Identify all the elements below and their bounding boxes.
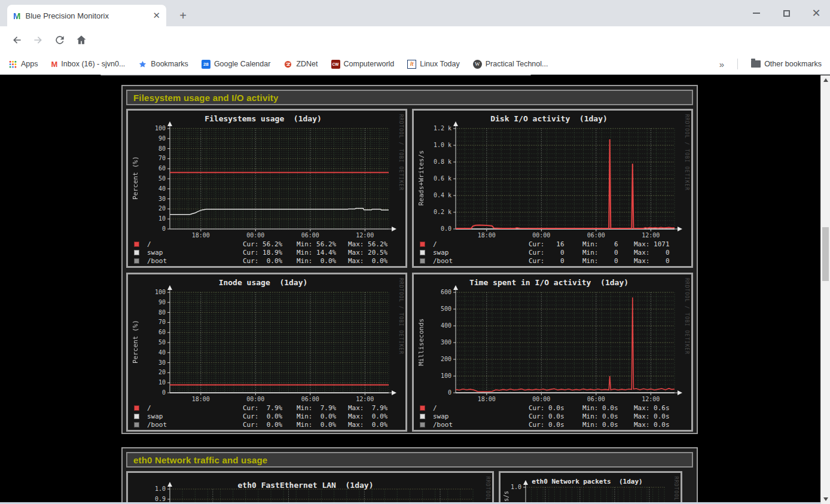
- gmail-icon: M: [51, 60, 58, 69]
- disk-io-activity-graph[interactable]: Disk I/O activity (1day) Reads+Writes/s …: [412, 109, 693, 268]
- bookmark-apps[interactable]: Apps: [8, 60, 38, 69]
- eth0-lan-plot: 1.00.9: [128, 486, 492, 504]
- svg-text:0: 0: [448, 389, 451, 396]
- svg-text:00:00: 00:00: [246, 396, 264, 402]
- legend-swatch: [134, 242, 139, 247]
- bookmark-label: Bookmarks: [151, 60, 188, 68]
- legend-swatch: [420, 258, 425, 264]
- legend-row: swapCur: 0.0%Min: 0.0%Max: 0.0%: [128, 412, 407, 420]
- legend-swatch: [134, 422, 139, 427]
- svg-text:200: 200: [441, 356, 451, 362]
- time-spent-io-graph[interactable]: Time spent in I/O activity (1day) Millis…: [412, 273, 693, 432]
- bookmark-computerworld[interactable]: CW Computerworld: [331, 60, 395, 69]
- legend-swatch: [420, 250, 425, 255]
- bookmarks-overflow-button[interactable]: »: [719, 59, 724, 69]
- new-tab-button[interactable]: +: [175, 7, 191, 24]
- minimize-button[interactable]: [749, 5, 764, 21]
- svg-text:30: 30: [158, 196, 166, 202]
- browser-tab[interactable]: M Blue Precision Monitorix ✕: [7, 5, 166, 26]
- legend-swatch: [134, 414, 139, 419]
- inode-usage-graph[interactable]: Inode usage (1day) Percent (%) 18:0000:0…: [126, 273, 407, 432]
- graph-title: Inode usage (1day): [128, 278, 398, 287]
- rrdtool-watermark: RRDTOOL / TOBI OETIKER: [398, 114, 404, 191]
- svg-text:80: 80: [158, 145, 166, 152]
- eth0-packets-graph[interactable]: eth0 Network packets (1day) s/s 1.0 RRDT…: [499, 471, 682, 504]
- tab-close-icon[interactable]: ✕: [152, 10, 160, 21]
- back-icon: [11, 34, 23, 46]
- bookmark-google-calendar[interactable]: 28 Google Calendar: [202, 60, 271, 69]
- svg-text:06:00: 06:00: [301, 396, 319, 402]
- section-filesystem: Filesystem usage and I/O activity Filesy…: [121, 85, 698, 434]
- bookmark-inbox[interactable]: M Inbox (16) - sjvn0...: [51, 60, 126, 69]
- scrollbar-thumb[interactable]: [822, 227, 829, 281]
- disk-io-plot: 18:0000:0006:0012:000.00.2 k0.4 k0.6 k0.…: [414, 125, 693, 242]
- vertical-scrollbar[interactable]: [820, 75, 830, 504]
- maximize-button[interactable]: [779, 5, 794, 21]
- computerworld-icon: CW: [331, 60, 340, 69]
- filesystems-usage-graph[interactable]: Filesystems usage (1day) Percent (%) 18:…: [126, 109, 407, 268]
- rrdtool-watermark: RRDTOOL / TOBI OETIKER: [485, 476, 490, 504]
- svg-text:40: 40: [158, 349, 166, 356]
- bookmark-bookmarks[interactable]: Bookmarks: [138, 60, 188, 69]
- svg-text:50: 50: [158, 175, 166, 182]
- legend-swatch: [134, 258, 139, 264]
- legend-swatch: [420, 242, 425, 247]
- svg-text:00:00: 00:00: [532, 396, 550, 402]
- reload-button[interactable]: [50, 30, 70, 50]
- forward-button[interactable]: [28, 30, 48, 50]
- svg-text:400: 400: [441, 322, 451, 329]
- section-header: Filesystem usage and I/O activity: [126, 90, 693, 105]
- bookmarks-divider: [737, 59, 738, 69]
- svg-text:100: 100: [155, 125, 166, 132]
- section-title: Filesystem usage and I/O activity: [133, 93, 279, 103]
- graph-legend: /Cur: 16Min: 6Max: 1071 swapCur: 0Min: 0…: [414, 240, 693, 265]
- svg-text:0.8 k: 0.8 k: [434, 158, 451, 165]
- bookmark-linux-today[interactable]: lt Linux Today: [407, 60, 460, 69]
- legend-row: swapCur: 0.0sMin: 0.0sMax: 0.0s: [414, 412, 693, 420]
- legend-row: /Cur: 56.2%Min: 56.2%Max: 56.2%: [128, 240, 407, 248]
- bookmark-practical-technology[interactable]: W Practical Technol...: [473, 60, 548, 69]
- panel-row: eth0 FastEthernet LAN (1day) 1.00.9 RRDT…: [126, 471, 693, 504]
- svg-text:06:00: 06:00: [301, 232, 319, 239]
- section-title: eth0 Network traffic and usage: [133, 455, 267, 465]
- back-button[interactable]: [7, 30, 27, 50]
- tab-title: Blue Precision Monitorix: [26, 11, 148, 20]
- bookmark-zdnet[interactable]: ZDNet: [283, 60, 318, 69]
- home-button[interactable]: [71, 30, 91, 50]
- svg-text:500: 500: [441, 306, 451, 312]
- bookmark-label: Linux Today: [420, 60, 460, 68]
- svg-text:20: 20: [158, 205, 166, 212]
- legend-row: swapCur: 0Min: 0Max: 0: [414, 248, 693, 256]
- bookmark-label: Apps: [21, 60, 38, 68]
- close-window-button[interactable]: ✕: [808, 5, 824, 21]
- apps-grid-icon: [8, 60, 17, 69]
- svg-text:0.4 k: 0.4 k: [434, 192, 451, 198]
- zdnet-icon: [283, 60, 292, 69]
- svg-text:0.9: 0.9: [155, 496, 166, 502]
- scroll-down-arrow-icon[interactable]: [823, 497, 828, 501]
- legend-row: /bootCur: 0Min: 0Max: 0: [414, 256, 693, 265]
- legend-swatch: [134, 250, 139, 255]
- svg-text:100: 100: [441, 372, 451, 379]
- home-icon: [75, 34, 87, 46]
- calendar-icon: 28: [202, 60, 210, 69]
- other-bookmarks-button[interactable]: Other bookmarks: [751, 60, 822, 68]
- star-icon: [138, 60, 147, 69]
- svg-text:0.2 k: 0.2 k: [434, 209, 451, 215]
- panel-row: Filesystems usage (1day) Percent (%) 18:…: [126, 109, 693, 268]
- svg-text:70: 70: [158, 319, 166, 325]
- rrdtool-watermark: RRDTOOL / TOBI OETIKER: [684, 278, 689, 355]
- svg-text:06:00: 06:00: [587, 232, 605, 239]
- page-content: Filesystem usage and I/O activity Filesy…: [0, 75, 820, 504]
- svg-text:12:00: 12:00: [356, 232, 374, 239]
- panel-row: Inode usage (1day) Percent (%) 18:0000:0…: [126, 273, 693, 432]
- scroll-up-arrow-icon[interactable]: [823, 78, 828, 82]
- bookmark-label: Inbox (16) - sjvn0...: [61, 60, 125, 68]
- reload-icon: [54, 34, 66, 46]
- svg-text:300: 300: [441, 339, 451, 346]
- svg-text:00:00: 00:00: [532, 232, 550, 239]
- eth0-lan-graph[interactable]: eth0 FastEthernet LAN (1day) 1.00.9 RRDT…: [126, 471, 494, 504]
- svg-text:0: 0: [162, 389, 166, 396]
- legend-row: /bootCur: 0.0sMin: 0.0sMax: 0.0s: [414, 420, 693, 429]
- graph-title: Disk I/O activity (1day): [414, 114, 684, 123]
